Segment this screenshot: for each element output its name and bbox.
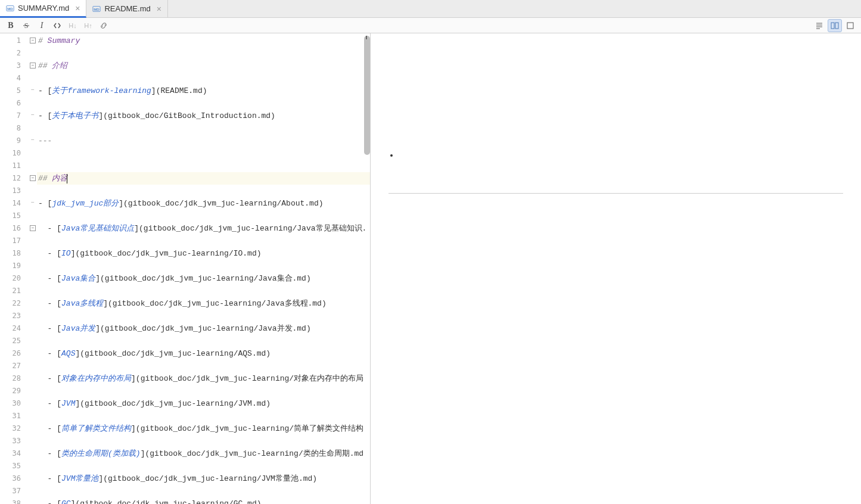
- code-line[interactable]: # Summary: [37, 35, 370, 47]
- code-line[interactable]: [37, 210, 370, 222]
- code-line[interactable]: ---: [37, 135, 370, 147]
- code-line[interactable]: [37, 47, 370, 60]
- heading-down-button[interactable]: H↓: [66, 19, 80, 32]
- scroll-marker-icon: [366, 36, 367, 39]
- editor-pane: 1234567891011121314151617181920212223242…: [0, 33, 371, 504]
- line-number: 21: [0, 285, 21, 297]
- line-number: 38: [0, 497, 21, 504]
- line-number: 6: [0, 97, 21, 110]
- line-number: 1: [0, 35, 21, 47]
- code-button[interactable]: [50, 19, 64, 32]
- preview-pane: [371, 33, 861, 504]
- italic-button[interactable]: I: [35, 19, 49, 32]
- close-icon[interactable]: ×: [157, 4, 161, 14]
- line-number: 2: [0, 47, 21, 60]
- fold-dash-icon[interactable]: −: [30, 138, 36, 144]
- line-number: 36: [0, 472, 21, 485]
- code-line[interactable]: [37, 160, 370, 172]
- vertical-scrollbar[interactable]: [363, 33, 370, 504]
- code-line[interactable]: - [关于本电子书](gitbook_doc/GitBook_Introduct…: [37, 110, 370, 122]
- code-line[interactable]: ## 内容: [37, 172, 370, 185]
- tab-readme[interactable]: MD README.md ×: [86, 0, 167, 17]
- line-number: 26: [0, 347, 21, 360]
- line-number: 13: [0, 185, 21, 197]
- code-line[interactable]: - [AQS](gitbook_doc/jdk_jvm_juc-learning…: [37, 347, 370, 360]
- fold-strip: −−−−−−−−: [30, 33, 37, 504]
- scroll-thumb[interactable]: [364, 36, 370, 155]
- line-number: 33: [0, 435, 21, 447]
- code-line[interactable]: [37, 360, 370, 372]
- fold-minus-icon[interactable]: −: [30, 38, 36, 43]
- code-line[interactable]: [37, 260, 370, 272]
- svg-rect-12: [847, 23, 853, 29]
- line-number: 16: [0, 222, 21, 235]
- tab-label: SUMMARY.md: [18, 4, 69, 13]
- code-line[interactable]: - [JVM常量池](gitbook_doc/jdk_jvm_juc-learn…: [37, 472, 370, 485]
- line-number: 35: [0, 460, 21, 472]
- code-line[interactable]: [37, 285, 370, 297]
- code-line[interactable]: [37, 335, 370, 347]
- fold-dash-icon[interactable]: −: [30, 200, 36, 206]
- line-number: 15: [0, 210, 21, 222]
- line-number: 14: [0, 197, 21, 210]
- view-preview-button[interactable]: [843, 19, 857, 32]
- line-number: 28: [0, 372, 21, 385]
- fold-dash-icon[interactable]: −: [30, 88, 36, 94]
- toolbar: B S I H↓ H↑: [0, 18, 861, 33]
- code-line[interactable]: - [Java并发](gitbook_doc/jdk_jvm_juc-learn…: [37, 322, 370, 335]
- code-line[interactable]: [37, 97, 370, 110]
- code-line[interactable]: ## 介绍: [37, 60, 370, 72]
- code-line[interactable]: - [对象在内存中的布局](gitbook_doc/jdk_jvm_juc-le…: [37, 372, 370, 385]
- code-line[interactable]: - [类的生命周期(类加载)](gitbook_doc/jdk_jvm_juc-…: [37, 447, 370, 460]
- line-number: 9: [0, 135, 21, 147]
- code-editor[interactable]: # Summary## 介绍- [关于framework-learning](R…: [37, 33, 370, 504]
- bold-button[interactable]: B: [4, 19, 18, 32]
- code-line[interactable]: [37, 485, 370, 497]
- line-number: 37: [0, 485, 21, 497]
- line-number: 29: [0, 385, 21, 397]
- fold-dash-icon[interactable]: −: [30, 113, 36, 119]
- code-line[interactable]: [37, 435, 370, 447]
- code-line[interactable]: [37, 122, 370, 135]
- code-line[interactable]: [37, 385, 370, 397]
- line-number: 8: [0, 122, 21, 135]
- code-line[interactable]: - [关于framework-learning](README.md): [37, 85, 370, 97]
- view-split-button[interactable]: [828, 19, 842, 32]
- code-line[interactable]: [37, 185, 370, 197]
- code-line[interactable]: [37, 410, 370, 422]
- line-number: 3: [0, 60, 21, 72]
- line-number: 12: [0, 172, 21, 185]
- code-line[interactable]: - [JVM](gitbook_doc/jdk_jvm_juc-learning…: [37, 397, 370, 410]
- line-number: 32: [0, 422, 21, 435]
- code-line[interactable]: [37, 310, 370, 322]
- markdown-file-icon: MD: [92, 5, 101, 13]
- text-cursor: [67, 174, 67, 183]
- link-button[interactable]: [97, 19, 111, 32]
- close-icon[interactable]: ×: [75, 4, 80, 13]
- code-line[interactable]: - [Java多线程](gitbook_doc/jdk_jvm_juc-lear…: [37, 297, 370, 310]
- strikethrough-button[interactable]: S: [19, 19, 33, 32]
- line-number: 5: [0, 85, 21, 97]
- tab-summary[interactable]: MD SUMMARY.md ×: [0, 0, 86, 18]
- view-editor-button[interactable]: [812, 19, 826, 32]
- code-line[interactable]: - [GC](gitbook_doc/jdk_jvm_juc-learning/…: [37, 497, 370, 504]
- code-line[interactable]: [37, 460, 370, 472]
- line-number: 27: [0, 360, 21, 372]
- code-line[interactable]: [37, 147, 370, 160]
- code-line[interactable]: - [简单了解类文件结构](gitbook_doc/jdk_jvm_juc-le…: [37, 422, 370, 435]
- line-number: 25: [0, 335, 21, 347]
- code-line[interactable]: [37, 235, 370, 247]
- line-number: 20: [0, 272, 21, 285]
- fold-minus-icon[interactable]: −: [30, 225, 36, 231]
- code-line[interactable]: - [IO](gitbook_doc/jdk_jvm_juc-learning/…: [37, 247, 370, 260]
- code-line[interactable]: - [jdk_jvm_juc部分](gitbook_doc/jdk_jvm_ju…: [37, 197, 370, 210]
- code-line[interactable]: - [Java集合](gitbook_doc/jdk_jvm_juc-learn…: [37, 272, 370, 285]
- heading-up-button[interactable]: H↑: [81, 19, 95, 32]
- code-line[interactable]: [37, 72, 370, 85]
- fold-minus-icon[interactable]: −: [30, 175, 36, 181]
- line-number: 18: [0, 247, 21, 260]
- preview-bullet: [399, 150, 843, 157]
- fold-minus-icon[interactable]: −: [30, 63, 36, 69]
- line-number: 7: [0, 110, 21, 122]
- code-line[interactable]: - [Java常见基础知识点](gitbook_doc/jdk_jvm_juc-…: [37, 222, 370, 235]
